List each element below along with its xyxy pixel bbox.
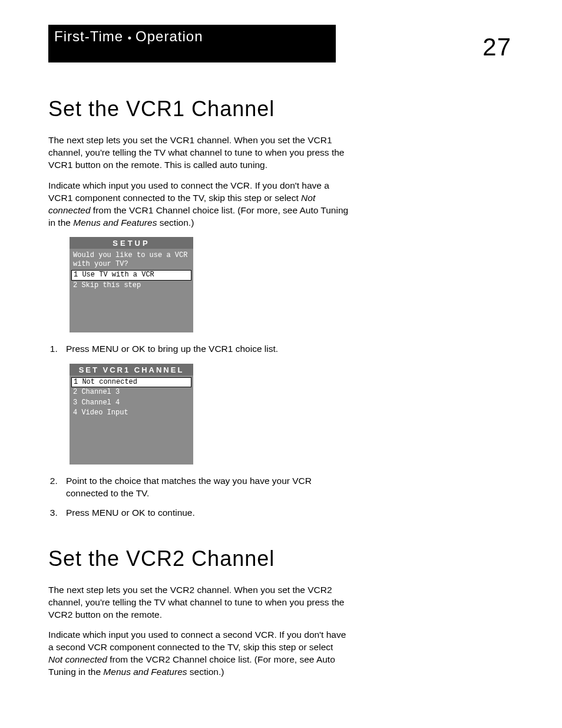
vcr1-menu-title: SET VCR1 CHANNEL xyxy=(70,364,193,375)
section2-block: Set the VCR2 Channel The next step lets … xyxy=(48,546,349,678)
s2p2-c: section.) xyxy=(187,667,224,677)
vcr1-menu-opt4: 4 Video Input xyxy=(70,408,193,419)
setup-menu-title: SETUP xyxy=(70,237,193,249)
s1p2-i2: Menus and Features xyxy=(73,218,157,228)
vcr1-menu-screenshot: SET VCR1 CHANNEL 1 Not connected 2 Chann… xyxy=(70,364,193,465)
step-1: Press MENU or OK to bring up the VCR1 ch… xyxy=(60,343,349,355)
section1-title: Set the VCR1 Channel xyxy=(48,97,349,121)
section1-para2: Indicate which input you used to connect… xyxy=(48,180,349,229)
vcr1-menu-opt3: 3 Channel 4 xyxy=(70,398,193,409)
setup-menu-prompt: Would you like to use a VCR with your TV… xyxy=(70,249,193,270)
section2-para1: The next step lets you set the VCR2 chan… xyxy=(48,584,349,621)
banner-text-rest: Operation xyxy=(135,28,203,44)
section2-para2: Indicate which input you used to connect… xyxy=(48,629,349,678)
page-root: First-Time • Operation 27 Set the VCR1 C… xyxy=(0,0,562,728)
steps-list-2: Point to the choice that matches the way… xyxy=(48,475,349,519)
page-number: 27 xyxy=(482,33,511,61)
content-column: Set the VCR1 Channel The next step lets … xyxy=(48,97,349,687)
step-3: Press MENU or OK to continue. xyxy=(60,507,349,519)
s2p2-i1: Not connected xyxy=(48,654,107,664)
step-2: Point to the choice that matches the way… xyxy=(60,475,349,500)
s1p2-a: Indicate which input you used to connect… xyxy=(48,180,329,203)
section1-para1: The next step lets you set the VCR1 chan… xyxy=(48,134,349,172)
steps-list-1: Press MENU or OK to bring up the VCR1 ch… xyxy=(48,343,349,355)
setup-menu-screenshot: SETUP Would you like to use a VCR with y… xyxy=(70,237,193,332)
banner-text-prefix: First-Time xyxy=(54,28,128,44)
s2p2-i2: Menus and Features xyxy=(103,667,187,677)
s2p2-a: Indicate which input you used to connect… xyxy=(48,630,346,652)
setup-menu-opt1: 1 Use TV with a VCR xyxy=(71,270,191,281)
vcr1-menu-opt1: 1 Not connected xyxy=(71,377,191,388)
setup-menu-opt2: 2 Skip this step xyxy=(70,281,193,291)
s1p2-c: section.) xyxy=(157,218,194,228)
section2-title: Set the VCR2 Channel xyxy=(48,546,349,571)
banner-text-dot: • xyxy=(128,32,135,44)
header-banner: First-Time • Operation xyxy=(48,25,336,62)
vcr1-menu-opt2: 2 Channel 3 xyxy=(70,387,193,398)
